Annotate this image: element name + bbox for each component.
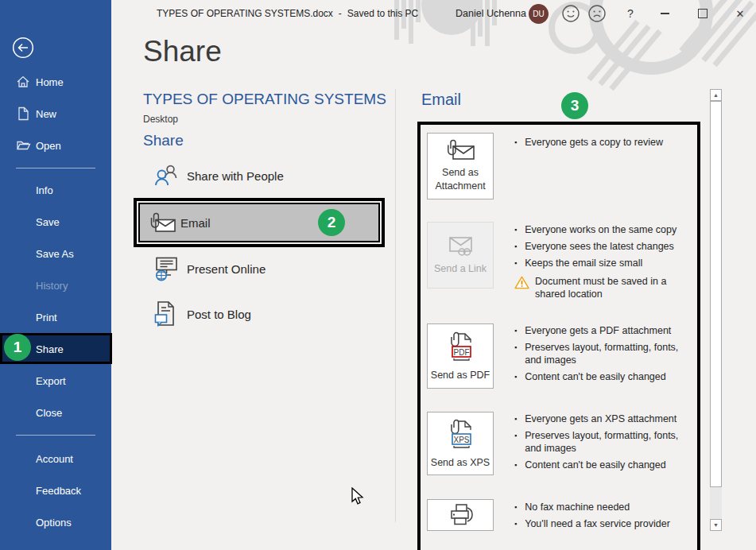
sidebar-item-options[interactable]: Options: [0, 506, 111, 538]
pdf-label: PDF: [454, 347, 470, 356]
fax-bullets: ▪ No fax machine needed ▪ You'll need a …: [514, 501, 696, 534]
post-to-blog-icon: [153, 300, 177, 327]
send-button-label: Send a Link: [434, 262, 487, 276]
annotation-step-2-badge: 2: [318, 209, 345, 236]
page-title: Share: [143, 35, 222, 68]
attachment-envelope-icon: [445, 139, 475, 161]
vertical-scrollbar[interactable]: ▲ ▼: [710, 89, 722, 531]
sidebar-item-feedback[interactable]: Feedback: [0, 474, 111, 506]
sidebar-item-label: Share: [36, 343, 64, 354]
user-name: Daniel Uchenna: [456, 8, 526, 19]
bullet-text: Preserves layout, formatting, fonts, and…: [525, 341, 696, 366]
share-option-label: Email: [180, 216, 211, 230]
send-button-label: Send as Attachment: [428, 166, 493, 193]
sidebar-item-open[interactable]: Open: [0, 130, 111, 161]
share-option-present-online[interactable]: Present Online: [143, 251, 382, 286]
send-as-internet-fax-button[interactable]: [427, 499, 494, 531]
sidebar-item-export[interactable]: Export: [0, 365, 111, 397]
scroll-up-button[interactable]: ▲: [710, 89, 722, 101]
bullet-icon: ▪: [514, 343, 517, 366]
new-document-icon: [16, 107, 30, 121]
word-backstage-share-window: TYPES OF OPERATING SYSTEMS.docx-Saved to…: [0, 0, 756, 550]
pdf-bullets: ▪ Everyone gets a PDF attachment ▪ Prese…: [514, 324, 696, 387]
share-option-email[interactable]: Email 2: [138, 203, 380, 242]
sidebar-divider: [16, 435, 95, 436]
bullet-text: Content can't be easily changed: [525, 370, 666, 383]
bullet-text: Everyone gets an XPS attachment: [525, 412, 677, 425]
email-option-annotation-frame: Email 2: [134, 198, 385, 247]
help-button[interactable]: ?: [618, 2, 642, 25]
xps-bullets: ▪ Everyone gets an XPS attachment ▪ Pres…: [514, 412, 696, 475]
pdf-attachment-icon: PDF: [443, 331, 478, 364]
scroll-down-button[interactable]: ▼: [710, 519, 722, 531]
sidebar-item-home[interactable]: Home: [0, 66, 111, 98]
fax-icon: [444, 502, 476, 528]
send-as-pdf-button[interactable]: PDF Send as PDF: [427, 323, 494, 389]
bullet-icon: ▪: [514, 415, 517, 425]
send-as-attachment-button[interactable]: Send as Attachment: [427, 133, 494, 199]
title-dash: -: [339, 8, 342, 19]
sidebar-item-label: Home: [36, 76, 64, 88]
bullet-icon: ▪: [514, 503, 517, 513]
home-icon: [16, 75, 30, 89]
sidebar-item-history: History: [0, 269, 111, 301]
sidebar-item-close[interactable]: Close: [0, 397, 111, 428]
share-option-post-to-blog[interactable]: Post to Blog: [143, 296, 382, 331]
help-icon: ?: [627, 7, 634, 20]
bullet-icon: ▪: [514, 138, 517, 149]
sidebar-item-print[interactable]: Print: [0, 301, 111, 333]
bullet-text: You'll need a fax service provider: [525, 517, 670, 530]
scrollbar-thumb[interactable]: [710, 101, 722, 487]
link-envelope-icon: [446, 235, 475, 258]
bullet-icon: ▪: [514, 242, 517, 253]
email-panel-title: Email: [421, 91, 461, 109]
bullet-text: Preserves layout, formatting, fonts, and…: [525, 429, 696, 455]
bullet-icon: ▪: [514, 226, 517, 236]
bullet-icon: ▪: [514, 259, 517, 269]
bullet-text: Everyone gets a PDF attachment: [525, 324, 671, 337]
frown-icon: [587, 4, 607, 23]
back-button[interactable]: [12, 37, 34, 59]
close-icon: ✕: [736, 8, 745, 20]
avatar[interactable]: DU: [529, 4, 549, 24]
link-bullets: ▪ Everyone works on the same copy ▪ Ever…: [514, 223, 696, 300]
present-online-icon: [153, 256, 180, 282]
xps-label: XPS: [453, 435, 469, 443]
sidebar-item-label: Info: [36, 184, 53, 196]
minimize-button[interactable]: [653, 2, 677, 25]
document-title: TYPES OF OPERATING SYSTEMS.docx-Saved to…: [157, 8, 418, 19]
feedback-frown-button[interactable]: [585, 2, 609, 25]
sidebar-item-account[interactable]: Account: [0, 443, 111, 474]
sidebar-divider: [16, 168, 95, 168]
annotation-step-3-badge: 3: [561, 92, 588, 119]
share-option-label: Present Online: [187, 262, 266, 276]
mouse-cursor: [351, 487, 365, 506]
sidebar-item-new[interactable]: New: [0, 98, 111, 130]
back-arrow-icon: [12, 37, 34, 59]
scroll-up-icon: ▲: [713, 92, 719, 98]
sidebar-item-label: Account: [36, 453, 73, 465]
close-button[interactable]: ✕: [728, 2, 752, 25]
document-filename: TYPES OF OPERATING SYSTEMS.docx: [157, 8, 333, 19]
send-as-xps-button[interactable]: XPS Send as XPS: [427, 412, 494, 475]
sidebar-item-label: Feedback: [36, 485, 81, 497]
warning-row: Document must be saved in a shared locat…: [514, 275, 696, 300]
bullet-text: Everyone sees the latest changes: [525, 240, 674, 253]
sidebar-item-label: Open: [36, 140, 61, 152]
send-a-link-button: Send a Link: [427, 222, 494, 289]
share-option-label: Post to Blog: [187, 308, 251, 321]
sidebar-item-label: Options: [36, 517, 72, 529]
open-folder-icon: [16, 138, 31, 153]
share-option-share-with-people[interactable]: Share with People: [143, 158, 382, 193]
maximize-button[interactable]: [691, 2, 715, 25]
sidebar-item-save-as[interactable]: Save As: [0, 238, 111, 269]
feedback-smile-button[interactable]: [559, 2, 583, 25]
attachment-bullets: ▪ Everyone gets a copy to review: [514, 136, 696, 153]
sidebar-item-save[interactable]: Save: [0, 206, 111, 238]
share-section-title: Share: [143, 132, 184, 149]
bullet-text: Everyone works on the same copy: [525, 223, 677, 236]
sidebar-item-info[interactable]: Info: [0, 174, 111, 206]
share-option-label: Share with People: [187, 169, 284, 183]
maximize-icon: [698, 9, 708, 18]
save-status: Saved to this PC: [347, 8, 418, 19]
